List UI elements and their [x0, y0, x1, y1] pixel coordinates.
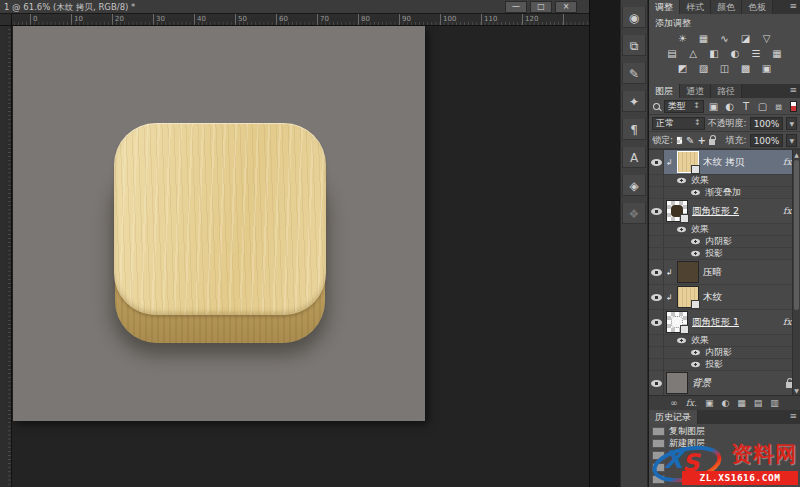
effect-drop-shadow[interactable]: 投影 — [649, 359, 800, 371]
blend-mode-select[interactable]: 正常 ↕ — [652, 117, 705, 130]
tab-swatches[interactable]: 色板 — [742, 0, 773, 14]
hue-saturation-icon[interactable]: ▤ — [664, 47, 681, 61]
link-layers-icon[interactable]: ∞ — [670, 396, 678, 410]
scroll-down-icon[interactable]: ▼ — [793, 386, 800, 395]
paragraph-panel-icon[interactable]: ¶ — [622, 116, 646, 140]
vibrance-icon[interactable]: ▽ — [758, 32, 775, 46]
fx-badge[interactable]: fx — [783, 317, 791, 327]
mini-bridge-panel-icon[interactable]: ◉ — [622, 4, 646, 28]
tab-styles[interactable]: 样式 — [680, 0, 711, 14]
filter-search-icon[interactable] — [653, 103, 660, 110]
visibility-toggle[interactable] — [649, 150, 664, 174]
filter-smart-icon[interactable]: ⧈ — [772, 100, 785, 113]
effects-row[interactable]: 效果 — [649, 335, 800, 347]
fx-badge[interactable]: fx — [783, 157, 791, 167]
opacity-value[interactable]: 100% — [750, 117, 784, 130]
clone-source-panel-icon[interactable]: ⧉ — [622, 32, 646, 56]
color-balance-icon[interactable]: △ — [685, 47, 702, 61]
layer-row-wood-copy[interactable]: ↳ 木纹 拷贝 fx ▴ — [649, 150, 800, 175]
visibility-toggle[interactable] — [649, 285, 664, 309]
fill-value[interactable]: 100% — [750, 134, 784, 147]
panel-menu-icon[interactable]: ≡ — [789, 1, 797, 11]
effect-drop-shadow[interactable]: 投影 — [649, 248, 800, 260]
visibility-toggle[interactable] — [649, 175, 664, 186]
delete-layer-icon[interactable]: ▥ — [770, 396, 779, 410]
layer-name[interactable]: 圆角矩形 1 — [692, 316, 781, 329]
visibility-toggle[interactable] — [649, 335, 664, 346]
layer-thumbnail[interactable] — [666, 200, 688, 222]
visibility-toggle[interactable] — [649, 359, 664, 370]
layer-thumbnail[interactable] — [666, 372, 688, 394]
tab-paths[interactable]: 路径 — [711, 84, 742, 98]
filter-image-icon[interactable]: ▣ — [707, 100, 720, 113]
add-mask-icon[interactable]: ▣ — [705, 396, 714, 410]
layer-style-icon[interactable]: fx. — [686, 396, 697, 410]
tab-history[interactable]: 历史记录 — [649, 410, 698, 424]
panel-menu-icon[interactable]: ≡ — [789, 411, 797, 421]
layers-scrollbar[interactable]: ▲ ▼ — [792, 150, 800, 395]
visibility-toggle[interactable] — [649, 224, 664, 235]
visibility-toggle[interactable] — [649, 236, 664, 247]
brush-presets-panel-icon[interactable]: ✎ — [622, 60, 646, 84]
filter-adjustment-icon[interactable]: ◐ — [723, 100, 736, 113]
gradient-map-icon[interactable]: ▩ — [737, 62, 754, 76]
maximize-button[interactable]: □ — [530, 1, 552, 13]
history-item[interactable]: 复制图层 — [649, 425, 800, 437]
visibility-toggle[interactable] — [649, 310, 664, 334]
3d-panel-icon[interactable]: ◈ — [622, 172, 646, 196]
layer-row-rounded-rect-1[interactable]: 圆角矩形 1 fx ▴ — [649, 310, 800, 335]
tab-channels[interactable]: 通道 — [680, 84, 711, 98]
layer-name[interactable]: 圆角矩形 2 — [692, 205, 781, 218]
black-white-icon[interactable]: ◧ — [706, 47, 723, 61]
visibility-toggle[interactable] — [649, 248, 664, 259]
visibility-toggle[interactable] — [649, 260, 664, 284]
lock-all-icon[interactable] — [709, 139, 715, 145]
filter-shape-icon[interactable]: ▢ — [756, 100, 769, 113]
layer-name[interactable]: 木纹 拷贝 — [703, 156, 781, 169]
tab-layers[interactable]: 图层 — [649, 84, 680, 98]
invert-icon[interactable]: ◩ — [674, 62, 691, 76]
visibility-toggle[interactable] — [649, 187, 664, 198]
layer-thumbnail[interactable] — [677, 261, 699, 283]
color-lookup-icon[interactable]: ▦ — [769, 47, 786, 61]
tab-color[interactable]: 颜色 — [711, 0, 742, 14]
lock-transparency-icon[interactable] — [676, 136, 683, 145]
posterize-icon[interactable]: ▨ — [695, 62, 712, 76]
visibility-toggle[interactable] — [649, 371, 664, 395]
group-layers-icon[interactable]: ▦ — [737, 396, 746, 410]
channel-mixer-icon[interactable]: ☰ — [748, 47, 765, 61]
new-layer-icon[interactable]: ▤ — [754, 396, 763, 410]
panel-menu-icon[interactable]: ≡ — [789, 85, 797, 95]
threshold-icon[interactable]: ◫ — [716, 62, 733, 76]
effect-inner-shadow[interactable]: 内阴影 — [649, 347, 800, 359]
character-panel-icon[interactable]: A — [622, 144, 646, 168]
filter-toggle-switch[interactable] — [790, 101, 797, 112]
horizontal-ruler[interactable]: 0 10 20 30 40 50 60 70 80 90 100 110 120 — [12, 14, 589, 26]
effect-inner-shadow[interactable]: 内阴影 — [649, 236, 800, 248]
vertical-ruler[interactable] — [0, 26, 12, 487]
layer-row-rounded-rect-2[interactable]: 圆角矩形 2 fx ▴ — [649, 199, 800, 224]
adjustment-layer-icon[interactable]: ◐ — [721, 396, 729, 410]
visibility-toggle[interactable] — [649, 347, 664, 358]
layer-thumbnail[interactable] — [666, 311, 688, 333]
effects-row[interactable]: 效果 — [649, 224, 800, 236]
fx-badge[interactable]: fx — [783, 206, 791, 216]
close-button[interactable]: × — [555, 1, 577, 13]
effects-row[interactable]: 效果 — [649, 175, 800, 187]
filter-kind-select[interactable]: 类型 ↕ — [664, 100, 704, 113]
minimize-button[interactable]: — — [505, 1, 527, 13]
curves-icon[interactable]: ∿ — [716, 32, 733, 46]
document-titlebar[interactable]: 1 @ 61.6% (木纹 拷贝, RGB/8) * — □ × — [0, 0, 589, 14]
opacity-dropdown-icon[interactable]: ▼ — [786, 117, 797, 130]
properties-panel-icon[interactable]: ❖ — [622, 200, 646, 224]
visibility-toggle[interactable] — [649, 199, 664, 223]
brightness-contrast-icon[interactable]: ☀ — [674, 32, 691, 46]
layer-row-background[interactable]: 背景 — [649, 371, 800, 395]
photo-filter-icon[interactable]: ◐ — [727, 47, 744, 61]
selective-color-icon[interactable]: ▣ — [758, 62, 775, 76]
exposure-icon[interactable]: ◪ — [737, 32, 754, 46]
layer-name[interactable]: 木纹 — [703, 291, 798, 304]
effect-gradient-overlay[interactable]: 渐变叠加 — [649, 187, 800, 199]
levels-icon[interactable]: ▦ — [695, 32, 712, 46]
layer-row-wood[interactable]: ↳ 木纹 — [649, 285, 800, 310]
